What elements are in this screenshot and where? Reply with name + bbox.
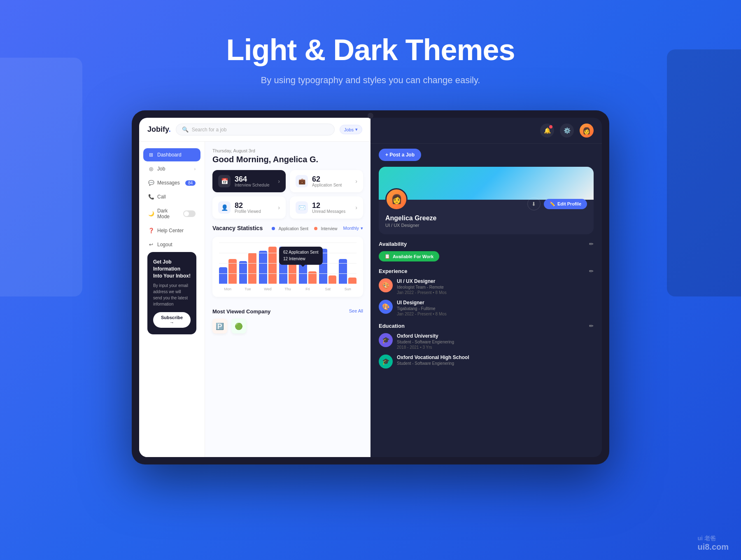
arrow-icon-2: › (355, 178, 357, 184)
bar-blue-sun (339, 259, 347, 284)
exp-date-2: Jan 2022 - Present • 8 Mos (397, 312, 447, 316)
user-avatar[interactable]: 👩 (580, 124, 594, 138)
education-edit-icon[interactable]: ✏ (589, 323, 594, 329)
sidebar: ⊞ Dashboard ◎ Job › 💬 Messages 84 (139, 142, 205, 457)
dark-panel: 🔔 ⚙️ 👩 + Post a Job (370, 118, 602, 457)
interview-count: 364 (235, 175, 270, 183)
bar-group-mon (219, 259, 237, 284)
profile-view-count: 82 (235, 202, 261, 209)
availability-title: Availability (379, 241, 589, 247)
x-label-fri: Fri (299, 287, 317, 291)
bar-orange-wed (268, 247, 277, 284)
sidebar-label-dashboard: Dashboard (157, 152, 182, 158)
bar-orange-fri (308, 271, 317, 284)
education-header: Education ✏ (379, 323, 594, 329)
education-section: Education ✏ 🎓 Oxford University Student … (379, 323, 594, 369)
logo: Jobify. (147, 125, 171, 134)
bar-chart-wrapper: 62 Application Sent 12 Interview Mon Tue… (219, 243, 357, 291)
job-icon: ◎ (148, 166, 154, 172)
message-label: Unread Messages (312, 209, 345, 214)
bar-blue-tue (239, 261, 247, 284)
notification-button[interactable]: 🔔 (540, 124, 554, 138)
exp-date-1: Jan 2022 - Present • 8 Mos (397, 290, 447, 295)
see-all-link[interactable]: See All (349, 308, 363, 313)
available-for-work-badge: 📋 Available For Work (379, 251, 439, 261)
bar-chart-container: 62 Application Sent 12 Interview Mon Tue… (212, 237, 363, 297)
subscribe-button[interactable]: Subscribe → (153, 312, 191, 328)
availability-edit-icon[interactable]: ✏ (589, 241, 594, 247)
user-icon: 👤 (218, 201, 231, 214)
search-placeholder: Search for a job (192, 127, 227, 133)
exp-icon-2: 🎨 (379, 300, 393, 314)
experience-edit-icon[interactable]: ✏ (589, 268, 594, 274)
sidebar-item-call[interactable]: 📞 Call (143, 190, 200, 203)
bar-blue-mon (219, 267, 227, 284)
sidebar-item-logout[interactable]: ↩ Logout (143, 238, 200, 251)
most-viewed-header: Most Viewed Company See All (212, 303, 363, 319)
bar-chart: 62 Application Sent 12 Interview (219, 243, 357, 284)
stat-card-applications[interactable]: 💼 62 Application Sent › (290, 170, 363, 192)
education-item-2: 🎓 Oxford Vocational High School Student … (379, 355, 594, 369)
sidebar-item-job[interactable]: ◎ Job › (143, 162, 200, 175)
profile-avatar: 👩 (385, 188, 408, 210)
tooltip-line2: 12 Interview (283, 256, 319, 262)
profile-name: Angelica Greeze (385, 215, 587, 222)
company-icon-2: 🟢 (231, 319, 246, 334)
messages-icon: 💬 (148, 180, 154, 186)
calendar-icon: 📅 (218, 175, 231, 187)
hero-subtitle: By using typography and styles you can c… (0, 75, 741, 86)
dark-mode-label: Dark Mode (157, 208, 180, 219)
settings-button[interactable]: ⚙️ (560, 124, 574, 138)
exp-title-2: UI Designer (397, 300, 447, 306)
edit-profile-button[interactable]: ✏️ Edit Profile (544, 199, 587, 209)
legend-interview: Interview (314, 224, 337, 232)
stat-card-interviews[interactable]: 📅 364 Interview Schedule › (212, 170, 286, 192)
edu-icon-1: 🎓 (379, 333, 393, 347)
hero-title: Light & Dark Themes (0, 33, 741, 67)
profile-card: 👩 ⬇ ✏️ Edit Profile Angelica Greeze (379, 167, 594, 234)
stat-card-profile-views[interactable]: 👤 82 Profile Viewed › (212, 196, 286, 219)
stat-cards: 📅 364 Interview Schedule › 💼 62 (212, 170, 363, 219)
bar-group-wed (259, 247, 277, 284)
stat-card-messages[interactable]: ✉️ 12 Unread Messages › (290, 196, 363, 219)
exp-company-2: Tigabatang - Fulltime (397, 306, 447, 311)
sidebar-label-job: Job (157, 166, 165, 172)
topbar-light: Jobify. 🔍 Search for a job Jobs ▾ (139, 118, 370, 142)
sidebar-label-help: Help Center (157, 228, 184, 233)
sidebar-item-messages[interactable]: 💬 Messages 84 (143, 176, 200, 189)
chart-x-labels: Mon Tue Wed Thu Fri Sat Sun (219, 287, 357, 291)
search-bar[interactable]: 🔍 Search for a job (176, 124, 335, 135)
chart-title: Vacancy Statistics (212, 225, 272, 231)
bar-orange-thu (289, 263, 297, 284)
monthly-select[interactable]: Monthly ▾ (343, 226, 363, 231)
availability-header: Availability ✏ (379, 241, 594, 247)
edu-icon-2: 🎓 (379, 355, 393, 369)
edu-program-1: Student - Software Engienering (397, 340, 454, 344)
jobs-dropdown[interactable]: Jobs ▾ (340, 125, 362, 134)
moon-icon: 🌙 (148, 211, 154, 217)
dark-mode-toggle[interactable] (183, 210, 196, 217)
chart-legend: Application Sent Interview Monthly ▾ (272, 224, 363, 232)
company-icons-row: 🅿️ 🟢 (212, 319, 363, 334)
dashboard-icon: ⊞ (148, 152, 154, 158)
post-job-button[interactable]: + Post a Job (379, 149, 421, 161)
arrow-icon: › (278, 178, 280, 184)
bar-orange-tue (248, 253, 256, 284)
bar-orange-sat (329, 275, 337, 284)
sidebar-item-dashboard[interactable]: ⊞ Dashboard (143, 148, 200, 161)
main-content: Thursday, August 3rd Good Morning, Angel… (205, 142, 370, 457)
experience-section: Experience ✏ 🎨 UI / UX Designer Ideologi… (379, 268, 594, 316)
bar-orange-mon (228, 259, 237, 284)
x-label-thu: Thu (279, 287, 297, 291)
profile-role: UI / UX Designer (385, 223, 587, 228)
chevron-down-icon-2: ▾ (361, 226, 363, 231)
arrow-icon-3: › (278, 204, 280, 211)
hero-section: Light & Dark Themes By using typography … (0, 0, 741, 110)
interview-label: Interview Schedule (235, 183, 270, 187)
sidebar-item-help[interactable]: ❓ Help Center (143, 224, 200, 237)
download-profile-button[interactable]: ⬇ (527, 197, 541, 210)
blue-dot (272, 227, 275, 230)
most-viewed-title: Most Viewed Company (212, 308, 270, 315)
notification-dot (549, 125, 552, 128)
newsletter-title: Get Job Information Into Your Inbox! (153, 259, 191, 279)
